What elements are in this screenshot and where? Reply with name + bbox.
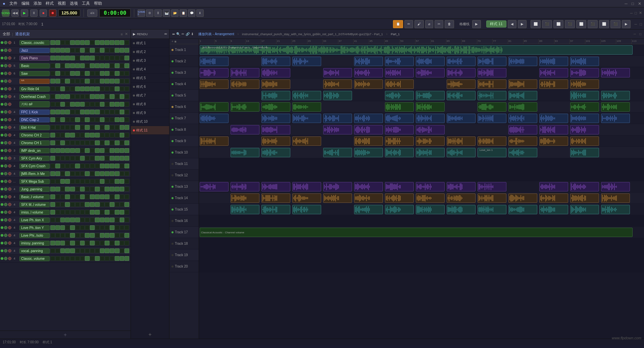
channel-solo-button[interactable] — [8, 249, 11, 252]
pad[interactable] — [100, 56, 105, 60]
channel-solo-button[interactable] — [8, 95, 11, 98]
pattern-clip[interactable] — [231, 193, 259, 203]
pattern-clip[interactable] — [200, 182, 229, 191]
pattern-clip[interactable] — [478, 205, 506, 214]
pattern-clip[interactable] — [354, 193, 383, 203]
pattern-clip[interactable] — [570, 182, 599, 191]
pad[interactable] — [65, 48, 70, 53]
pad[interactable] — [90, 71, 95, 76]
pad[interactable] — [70, 48, 75, 53]
pad[interactable] — [110, 48, 114, 53]
pad[interactable] — [70, 102, 75, 107]
pad[interactable] — [110, 71, 114, 76]
pad[interactable] — [80, 125, 85, 130]
channel-name[interactable]: imiss..l volume — [19, 210, 50, 215]
pattern-item[interactable]: 样式 6 — [131, 82, 169, 91]
style-prev[interactable]: ◀ — [508, 20, 516, 28]
pattern-clip[interactable] — [354, 125, 383, 134]
channel-name[interactable]: Classic..volume — [19, 256, 50, 261]
pad[interactable] — [65, 125, 70, 130]
pad[interactable] — [125, 210, 129, 215]
pattern-clip[interactable] — [231, 79, 259, 89]
pad[interactable] — [90, 225, 95, 230]
channel-name[interactable]: IMP desk_on — [19, 148, 50, 153]
pad[interactable] — [85, 156, 90, 161]
pad[interactable] — [70, 140, 75, 145]
channel-solo-button[interactable] — [8, 87, 11, 91]
pad[interactable] — [110, 102, 114, 107]
pad[interactable] — [50, 148, 55, 153]
pad[interactable] — [60, 140, 65, 145]
pattern-clip[interactable] — [385, 57, 414, 66]
pad[interactable] — [120, 225, 125, 230]
pad[interactable] — [100, 241, 105, 245]
channel-mute-button[interactable] — [4, 118, 7, 121]
pad[interactable] — [115, 63, 119, 68]
pad[interactable] — [105, 133, 109, 137]
pad[interactable] — [55, 248, 60, 253]
pattern-clip[interactable] — [385, 68, 414, 77]
pad[interactable] — [65, 225, 70, 230]
track-clip[interactable]: [MR-Removed] EXO Chanyeol & Punch - Stay… — [200, 45, 633, 55]
pad[interactable] — [105, 241, 109, 245]
pad[interactable] — [105, 164, 109, 168]
pad[interactable] — [70, 202, 75, 207]
arr-window-min[interactable]: ─ — [635, 22, 637, 26]
pattern-clip[interactable] — [200, 79, 229, 89]
pattern-clip[interactable] — [539, 68, 568, 77]
pad[interactable] — [120, 56, 125, 60]
pattern-clip[interactable] — [478, 182, 506, 191]
pattern-item[interactable]: 样式 9 — [131, 109, 169, 117]
pad[interactable] — [100, 48, 105, 53]
pad[interactable] — [125, 256, 129, 261]
channel-name[interactable]: Saw — [19, 71, 50, 76]
pad[interactable] — [75, 218, 80, 222]
pad[interactable] — [80, 40, 85, 45]
pad[interactable] — [105, 225, 109, 230]
pad[interactable] — [60, 187, 65, 191]
pad[interactable] — [95, 179, 100, 184]
channel-name[interactable]: 기타 a# — [19, 101, 50, 107]
pattern-clip[interactable] — [416, 182, 445, 191]
pad[interactable] — [90, 218, 95, 222]
channel-name[interactable]: Ekit 4 Hat — [19, 125, 50, 130]
pad[interactable] — [50, 40, 55, 45]
pad[interactable] — [95, 117, 100, 122]
pad[interactable] — [115, 56, 119, 60]
pad[interactable] — [60, 194, 65, 199]
pad[interactable] — [110, 225, 114, 230]
pad[interactable] — [85, 117, 90, 122]
pad[interactable] — [65, 241, 70, 245]
pad[interactable] — [85, 102, 90, 107]
pad[interactable] — [55, 202, 60, 207]
pad[interactable] — [125, 194, 129, 199]
pad[interactable] — [85, 210, 90, 215]
channel-name[interactable]: Overhead Crash — [19, 94, 50, 99]
pad[interactable] — [95, 71, 100, 76]
pad[interactable] — [90, 56, 95, 60]
pad[interactable] — [70, 194, 75, 199]
pad[interactable] — [110, 94, 114, 99]
pad[interactable] — [55, 187, 60, 191]
pad[interactable] — [105, 218, 109, 222]
prev-button[interactable]: ◀◀ — [11, 9, 19, 17]
channel-solo-button[interactable] — [8, 257, 11, 260]
pad[interactable] — [80, 187, 85, 191]
pad[interactable] — [70, 179, 75, 184]
pad[interactable] — [90, 125, 95, 130]
pad[interactable] — [100, 140, 105, 145]
pattern-clip[interactable] — [478, 102, 506, 112]
pad[interactable] — [115, 86, 119, 91]
pad[interactable] — [120, 202, 125, 207]
menu-item-edit[interactable]: 编辑 — [21, 1, 30, 6]
pattern-clip[interactable] — [416, 148, 445, 157]
channel-mute-button[interactable] — [4, 249, 7, 252]
pattern-clip[interactable] — [354, 79, 383, 89]
pad[interactable] — [125, 102, 129, 107]
pad[interactable] — [65, 164, 70, 168]
channel-solo-button[interactable] — [8, 164, 11, 168]
pattern-clip[interactable] — [601, 193, 630, 203]
pad[interactable] — [50, 117, 55, 122]
pattern-clip[interactable] — [570, 136, 599, 146]
pad[interactable] — [50, 171, 55, 176]
